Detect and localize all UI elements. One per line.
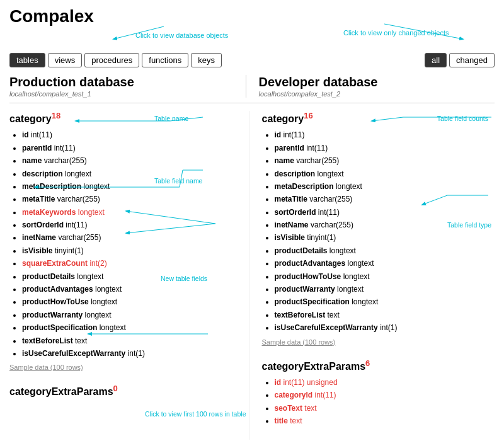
list-item: name varchar(255) [22,154,243,167]
developer-category-name: category [262,113,304,124]
list-item: id int(11) [275,129,495,141]
production-table-categoryextraparams: categoryExtraParams0 [9,384,243,398]
developer-extraparams-name: categoryExtraParams [262,361,366,372]
tab-procedures[interactable]: procedures [84,53,139,67]
list-item: sortOrderId int(11) [275,206,495,219]
list-item: isVisible tinyint(1) [275,231,495,244]
list-item: metaDescription longtext [275,180,495,193]
production-category-count: 18 [52,111,60,120]
production-extraparams-count: 0 [113,384,118,393]
developer-db-subtitle: localhost/compalex_test_2 [259,90,495,98]
production-db-title: Production database [9,75,246,89]
tab-views[interactable]: views [48,53,83,67]
developer-sample-data[interactable]: Sample data (100 rows) [262,338,495,346]
list-item: productAdvantages longtext [22,283,243,295]
list-item: metaTitle varchar(255) [275,193,495,205]
list-item: sortOrderId int(11) [22,219,243,231]
list-item: productHowToUse longtext [22,295,243,308]
list-item: name varchar(255) [275,154,495,167]
list-item: productWarranty longtext [275,283,495,295]
production-table-category: category18 id int(11) parentId int(11) n… [9,111,243,371]
annotation-table-name: Table name [154,115,188,122]
list-item: productDetails longtext [275,244,495,257]
production-extraparams-name: categoryExtraParams [9,387,113,398]
list-item: isUseCarefulExceptWarranty int(1) [275,321,495,334]
annotation-view-changed: Click to view only changed objects [343,29,449,37]
tab-changed[interactable]: changed [449,53,495,67]
list-item: productSpecification longtext [275,295,495,308]
list-item: metaDescription longtext [22,180,243,193]
list-item: id int(11) [22,129,243,141]
list-item: categoryId int(11) [275,389,495,401]
developer-extraparams-count: 6 [365,358,370,368]
list-item: description longtext [275,168,495,180]
tab-tables[interactable]: tables [9,53,45,67]
list-item: productHowToUse longtext [275,270,495,283]
developer-category-count: 16 [304,111,312,120]
list-item: isUseCarefulExceptWarranty int(1) [22,347,243,360]
annotation-new-table-fields: New table fields [161,275,207,282]
annotation-click-100rows: Click to view first 100 rows in table [145,410,246,418]
production-db-subtitle: localhost/compalex_test_1 [9,90,246,98]
app-title: Compalex [9,6,495,26]
list-item: seoText text [275,402,495,415]
developer-db-title: Developer database [259,75,495,89]
annotation-table-field-counts: Table field counts [437,115,488,122]
tab-functions[interactable]: functions [142,53,188,67]
list-item: description longtext [22,168,243,180]
list-item: metaTitle varchar(255) [22,193,243,205]
annotation-table-field-type: Table field type [447,221,491,229]
list-item: productAdvantages longtext [275,257,495,270]
list-item: id int(11) unsigned [275,376,495,389]
list-item: textBeforeList text [275,309,495,321]
annotation-view-db: Click to view database objects [135,32,228,39]
tab-keys[interactable]: keys [191,53,222,67]
tab-all[interactable]: all [425,53,447,67]
developer-table-categoryextraparams: categoryExtraParams6 id int(11) unsigned… [262,358,495,428]
list-item: productSpecification longtext [22,321,243,334]
list-item: squareExtraCount int(2) [22,257,243,270]
list-item: parentId int(11) [275,142,495,154]
annotation-table-field-name: Table field name [154,177,202,185]
list-item: productWarranty longtext [22,309,243,321]
production-sample-data[interactable]: Sample data (100 rows) [9,364,243,371]
production-category-name: category [9,113,52,124]
list-item: isVisible tinyint(1) [22,244,243,257]
list-item: metaKeywords longtext [22,206,243,219]
list-item: textBeforeList text [22,335,243,347]
list-item: title text [275,415,495,427]
list-item: inetName varchar(255) [22,231,243,244]
list-item: productDetails longtext [22,270,243,283]
list-item: parentId int(11) [22,142,243,154]
